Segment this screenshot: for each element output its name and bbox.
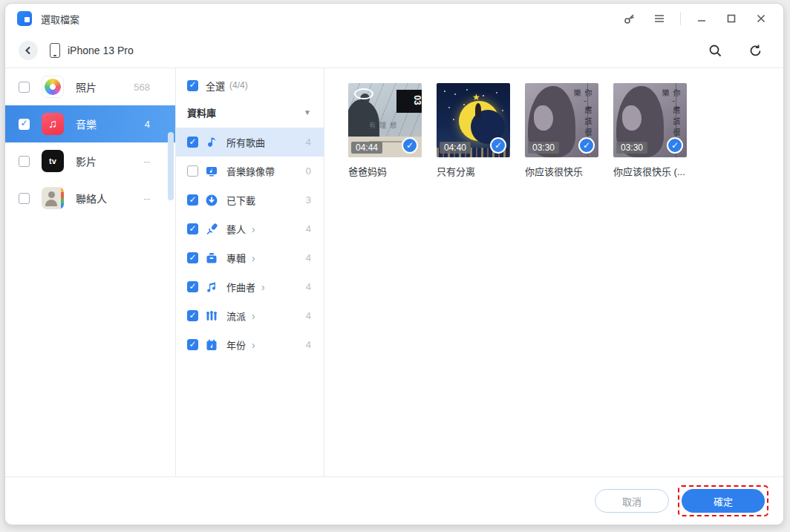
- library-item-downloaded[interactable]: 已下載 3: [176, 185, 324, 214]
- star-shape: ★: [472, 92, 480, 102]
- close-button[interactable]: [749, 8, 773, 29]
- song-title: 你应该很快乐: [525, 164, 598, 178]
- sidebar-item-label: 影片: [76, 154, 97, 168]
- selected-check-icon[interactable]: ✓: [667, 137, 683, 154]
- library-item-genres[interactable]: 流派 4: [176, 301, 324, 330]
- menu-icon[interactable]: [647, 8, 671, 29]
- library-item-count: 4: [306, 310, 311, 321]
- category-sidebar: 照片 568 ♫ 音樂 4 tv 影片 -- 聯絡人 --: [5, 68, 176, 476]
- song-tile[interactable]: 你,應該很快樂 03:30 ✓ 你应该很快乐 (...: [613, 83, 687, 178]
- library-item-music-videos[interactable]: 音樂錄像帶 0: [176, 157, 324, 185]
- select-all-checkbox[interactable]: [187, 80, 198, 91]
- music-videos-checkbox[interactable]: [187, 165, 198, 177]
- library-item-albums[interactable]: 專輯 4: [176, 243, 324, 272]
- phone-icon: [50, 43, 60, 58]
- maximize-button[interactable]: [719, 8, 743, 29]
- chevron-right-icon[interactable]: [252, 223, 255, 235]
- sidebar-item-photos[interactable]: 照片 568: [5, 68, 175, 105]
- years-checkbox[interactable]: [187, 339, 198, 350]
- music-video-icon: [204, 164, 219, 179]
- library-item-label: 所有歌曲: [226, 135, 265, 149]
- confirm-annotation-box: 確定: [678, 485, 768, 516]
- library-section-header: 資料庫 ▼: [176, 96, 324, 128]
- music-note-icon: [204, 135, 219, 150]
- cancel-button[interactable]: 取消: [595, 489, 669, 513]
- library-item-label: 作曲者: [226, 280, 255, 294]
- composers-checkbox[interactable]: [187, 281, 198, 292]
- song-title: 你应该很快乐 (...: [613, 164, 687, 178]
- genre-icon: [204, 309, 219, 324]
- music-checkbox[interactable]: [19, 119, 30, 130]
- library-item-all-songs[interactable]: 所有歌曲 4: [176, 128, 324, 157]
- library-item-label: 已下載: [226, 193, 255, 207]
- chevron-right-icon[interactable]: [252, 252, 255, 264]
- albums-checkbox[interactable]: [187, 252, 198, 263]
- selected-check-icon[interactable]: ✓: [402, 137, 418, 154]
- duration-badge: 03:30: [616, 142, 647, 154]
- calendar-icon: [204, 338, 219, 352]
- artists-checkbox[interactable]: [187, 223, 198, 234]
- all-songs-checkbox[interactable]: [187, 137, 198, 148]
- album-art: 你,應該很快樂 03:30 ✓: [525, 83, 598, 157]
- chevron-right-icon[interactable]: [252, 339, 255, 351]
- sidebar-item-contacts[interactable]: 聯絡人 --: [5, 180, 175, 217]
- chevron-right-icon[interactable]: [252, 310, 255, 322]
- contacts-checkbox[interactable]: [19, 193, 30, 204]
- register-key-icon[interactable]: [618, 8, 642, 29]
- sidebar-item-count: --: [143, 156, 150, 167]
- library-pane: 全選 (4/4) 資料庫 ▼ 所有歌曲 4 音樂錄像帶: [176, 68, 324, 476]
- minimize-button[interactable]: [690, 8, 714, 29]
- music-app-icon: ♫: [42, 113, 64, 135]
- videos-checkbox[interactable]: [19, 156, 30, 167]
- composer-notes-icon: [204, 280, 219, 295]
- songs-grid: 有理想 03 04:44 ✓ 爸爸妈妈 ★ 04:40: [324, 68, 783, 476]
- photos-app-icon: [42, 76, 64, 98]
- back-button[interactable]: [19, 41, 38, 60]
- library-item-years[interactable]: 年份 4: [176, 330, 324, 359]
- library-item-count: 4: [306, 137, 311, 148]
- select-all-row[interactable]: 全選 (4/4): [176, 74, 324, 96]
- album-art: ★ 04:40 ✓: [437, 83, 510, 157]
- duration-badge: 04:40: [440, 142, 471, 154]
- genres-checkbox[interactable]: [187, 310, 198, 321]
- song-tile[interactable]: ★ 04:40 ✓ 只有分离: [437, 83, 510, 178]
- refresh-icon[interactable]: [743, 40, 767, 61]
- device-name: iPhone 13 Pro: [68, 45, 134, 56]
- app-logo-icon: [17, 11, 32, 26]
- library-item-count: 4: [306, 281, 311, 292]
- sidebar-item-music[interactable]: ♫ 音樂 4: [5, 105, 175, 142]
- main-area: 照片 568 ♫ 音樂 4 tv 影片 -- 聯絡人 --: [5, 68, 783, 477]
- selected-check-icon[interactable]: ✓: [578, 137, 595, 154]
- select-all-ratio: (4/4): [229, 80, 248, 91]
- library-item-composers[interactable]: 作曲者 4: [176, 272, 324, 301]
- song-tile[interactable]: 你,應該很快樂 03:30 ✓ 你应该很快乐: [525, 83, 598, 178]
- library-item-label: 年份: [226, 338, 246, 352]
- sidebar-item-label: 音樂: [76, 116, 97, 131]
- device-bar: iPhone 13 Pro: [5, 33, 783, 68]
- photos-checkbox[interactable]: [19, 82, 30, 93]
- album-art-badge: 03: [396, 90, 422, 113]
- album-art-text: 有理想: [369, 120, 400, 130]
- search-icon[interactable]: [703, 40, 727, 61]
- chevron-right-icon[interactable]: [261, 281, 265, 293]
- selected-check-icon[interactable]: ✓: [490, 137, 506, 154]
- window-title: 選取檔案: [41, 12, 79, 26]
- song-title: 只有分离: [437, 164, 510, 178]
- song-tile[interactable]: 有理想 03 04:44 ✓ 爸爸妈妈: [348, 83, 422, 178]
- sidebar-item-count: --: [143, 193, 150, 204]
- sidebar-item-label: 照片: [76, 79, 97, 94]
- sidebar-scrollbar-thumb[interactable]: [168, 132, 174, 200]
- tv-app-icon: tv: [42, 150, 64, 172]
- library-item-label: 專輯: [226, 251, 246, 265]
- select-files-window: 選取檔案 iPhone 13 Pro: [4, 3, 784, 525]
- downloaded-checkbox[interactable]: [187, 194, 198, 206]
- album-art: 有理想 03 04:44 ✓: [348, 83, 422, 157]
- album-art: 你,應該很快樂 03:30 ✓: [613, 83, 687, 157]
- album-icon: [204, 251, 219, 266]
- confirm-button[interactable]: 確定: [682, 489, 765, 513]
- chevron-down-icon[interactable]: ▼: [304, 108, 311, 116]
- library-item-label: 音樂錄像帶: [226, 164, 275, 178]
- library-item-artists[interactable]: 藝人 4: [176, 214, 324, 243]
- sidebar-item-videos[interactable]: tv 影片 --: [5, 142, 175, 180]
- titlebar: 選取檔案: [5, 4, 783, 33]
